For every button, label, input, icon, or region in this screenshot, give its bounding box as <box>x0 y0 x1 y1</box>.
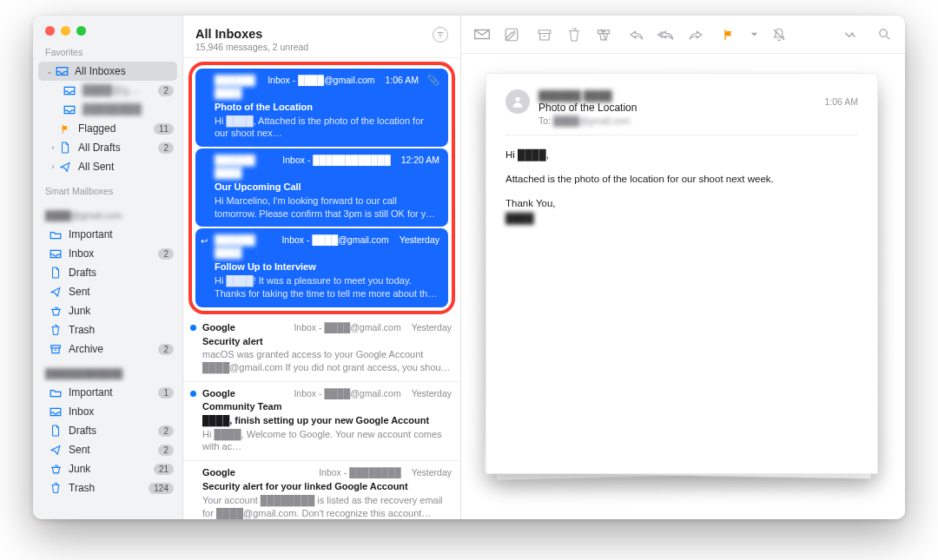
sidebar-item-important[interactable]: Important <box>33 225 182 244</box>
minimize-window-button[interactable] <box>61 26 70 36</box>
message-sender: ██████ ████ <box>215 234 276 260</box>
folder-icon <box>49 228 63 240</box>
sidebar-item-inbox[interactable]: Inbox 2 <box>33 244 182 263</box>
message-time: Yesterday <box>400 234 439 246</box>
sidebar-item-all-drafts[interactable]: › All Drafts 2 <box>33 138 182 157</box>
inbox-icon <box>49 405 63 418</box>
junk-button[interactable] <box>595 27 612 43</box>
inbox-icon <box>63 84 76 96</box>
sidebar-item-drafts-b[interactable]: Drafts 2 <box>33 421 182 440</box>
unread-badge: 2 <box>158 85 174 96</box>
sidebar-item-label: Junk <box>69 305 174 317</box>
search-button[interactable] <box>875 27 893 43</box>
message-row[interactable]: ↩██████ ████Inbox - ████@gmail.comYester… <box>195 228 448 306</box>
sidebar-item-label: Trash <box>69 482 149 494</box>
count-badge: 2 <box>158 445 174 456</box>
mailbox-title: All Inboxes <box>195 27 308 41</box>
flag-icon <box>58 122 72 135</box>
unread-dot <box>190 391 196 397</box>
count-badge: 2 <box>158 142 174 154</box>
chevron-right-icon: › <box>49 143 57 152</box>
to-value: ████@gmail.com <box>553 115 630 126</box>
mailbox-subtitle: 15,946 messages, 2 unread <box>195 42 308 52</box>
sidebar-item-archive[interactable]: Archive 2 <box>33 339 182 359</box>
zoom-window-button[interactable] <box>76 26 86 36</box>
trash-icon <box>49 482 63 494</box>
compose-button[interactable] <box>503 27 520 43</box>
sidebar-item-account-2[interactable]: ████████ <box>33 100 182 119</box>
sidebar-account-b-header[interactable]: ████████████ <box>33 366 182 381</box>
sidebar-item-inbox-b[interactable]: Inbox <box>33 402 182 421</box>
document-icon <box>58 142 72 154</box>
flag-menu-button[interactable] <box>750 27 758 43</box>
message-preview: Hi ████, Attached is the photo of the lo… <box>215 115 439 141</box>
message-sender: ██████ ████ <box>215 154 277 180</box>
sidebar-item-sent[interactable]: Sent <box>33 282 182 301</box>
sidebar-item-junk-b[interactable]: Junk 21 <box>33 459 182 478</box>
message-row[interactable]: GoogleInbox - ████@gmail.comYesterdaySec… <box>183 316 460 382</box>
sidebar-item-drafts[interactable]: Drafts <box>33 263 182 282</box>
message-content[interactable]: ██████ ████ Photo of the Location 1:06 A… <box>486 73 878 474</box>
junk-icon <box>49 463 63 475</box>
message-time: Yesterday <box>412 466 452 478</box>
sidebar-item-account-1[interactable]: ████@g… 2 <box>33 81 182 100</box>
flag-button[interactable] <box>720 27 737 43</box>
sidebar-item-label: All Sent <box>78 161 174 173</box>
message-subject: Photo of the Location <box>538 102 637 114</box>
message-preview: macOS was granted access to your Google … <box>202 348 452 374</box>
message-row[interactable]: ██████ ████Inbox - ████@gmail.com1:06 AM… <box>195 69 448 147</box>
message-sender: Google <box>202 466 235 479</box>
sidebar-item-trash-b[interactable]: Trash 124 <box>33 478 182 497</box>
sidebar-item-trash[interactable]: Trash <box>33 320 182 339</box>
junk-icon <box>49 305 63 317</box>
filter-button[interactable] <box>433 27 448 43</box>
message-preview: Your account ████████ is listed as the r… <box>202 494 452 519</box>
reply-all-button[interactable] <box>657 27 675 43</box>
get-mail-button[interactable] <box>473 27 491 43</box>
sidebar-item-junk[interactable]: Junk <box>33 301 182 320</box>
sidebar-item-important-b[interactable]: Important 1 <box>33 383 182 402</box>
reply-button[interactable] <box>628 27 645 43</box>
sidebar-item-label: All Drafts <box>78 142 158 154</box>
sidebar-item-label: Important <box>69 228 174 240</box>
archive-button[interactable] <box>536 27 553 43</box>
replied-icon: ↩ <box>201 235 208 247</box>
message-row[interactable]: Google Community TeamInbox - ████@gmail.… <box>183 382 460 461</box>
close-window-button[interactable] <box>45 26 55 36</box>
sidebar-item-flagged[interactable]: Flagged 11 <box>33 119 182 138</box>
trash-icon <box>49 324 63 336</box>
sidebar-item-label: Inbox <box>69 405 174 418</box>
chevron-down-icon: ⌄ <box>45 67 54 76</box>
overflow-button[interactable] <box>842 27 860 43</box>
message-sender: Google <box>202 321 235 334</box>
window-controls <box>33 16 182 44</box>
divider <box>505 135 858 135</box>
chevron-right-icon: › <box>49 162 57 171</box>
message-list[interactable]: ██████ ████Inbox - ████@gmail.com1:06 AM… <box>183 58 460 519</box>
inbox-icon <box>63 103 76 115</box>
count-badge: 2 <box>158 344 174 355</box>
forward-button[interactable] <box>687 27 704 43</box>
sidebar-item-label: Trash <box>69 324 174 336</box>
folder-icon <box>49 386 63 399</box>
svg-point-2 <box>515 97 519 102</box>
sidebar-item-all-sent[interactable]: › All Sent <box>33 157 182 176</box>
delete-button[interactable] <box>565 27 583 43</box>
mail-window: Favorites ⌄ All Inboxes ████@g… 2 <box>33 16 905 519</box>
sidebar-item-label: All Inboxes <box>75 65 168 77</box>
paperplane-icon <box>58 161 72 173</box>
sidebar-account-a-header[interactable]: ████@gmail.com <box>33 208 182 223</box>
message-row[interactable]: ██████ ████Inbox - ████████████12:20 AMO… <box>195 148 448 227</box>
sidebar-item-label: Sent <box>69 444 158 456</box>
message-sender: Google Community Team <box>202 387 288 413</box>
mute-button[interactable] <box>770 27 788 43</box>
sidebar-item-all-inboxes[interactable]: ⌄ All Inboxes <box>38 62 177 81</box>
body-line: Attached is the photo of the location fo… <box>505 172 858 188</box>
message-account: Inbox - ████@gmail.com <box>294 321 400 333</box>
count-badge: 2 <box>158 425 174 437</box>
count-badge: 21 <box>154 464 174 475</box>
message-row[interactable]: GoogleInbox - ████████YesterdaySecurity … <box>183 461 460 519</box>
paperplane-icon <box>49 286 63 298</box>
sidebar-item-sent-b[interactable]: Sent 2 <box>33 440 182 459</box>
message-subject: Photo of the Location <box>215 101 439 114</box>
